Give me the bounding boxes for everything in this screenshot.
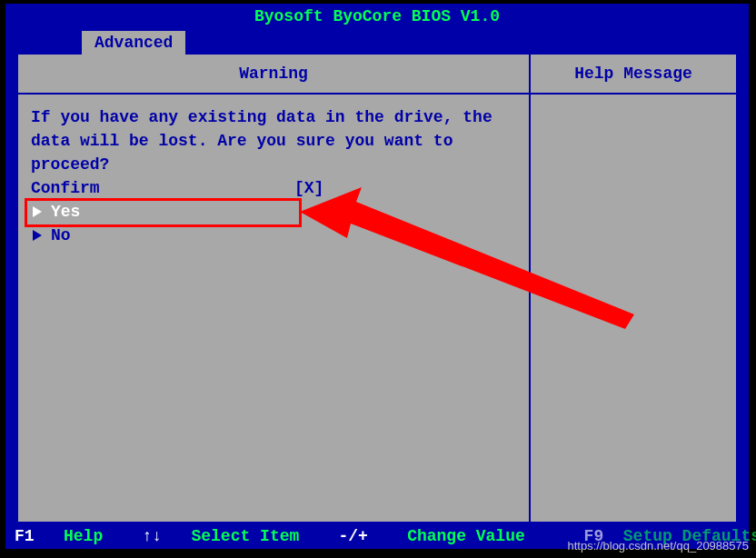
confirm-checkbox-value: [X]: [294, 176, 323, 200]
option-yes[interactable]: Yes: [31, 200, 516, 224]
title-bar: Byosoft ByoCore BIOS V1.0: [5, 4, 749, 29]
warning-header: Warning: [18, 55, 531, 93]
bios-window: Byosoft ByoCore BIOS V1.0 Advanced Warni…: [5, 4, 749, 549]
val-label: Change Value: [407, 527, 525, 545]
watermark-text: https://blog.csdn.net/qq_20988575: [568, 539, 750, 553]
triangle-right-icon: [33, 206, 42, 217]
confirm-row[interactable]: Confirm [X]: [31, 176, 516, 200]
val-key: -/+: [339, 527, 368, 545]
tab-advanced-label: Advanced: [94, 34, 173, 52]
warning-header-label: Warning: [239, 65, 308, 83]
help-panel: [531, 95, 736, 522]
f1-label: Help: [64, 527, 103, 545]
option-no[interactable]: No: [31, 224, 516, 247]
nav-label: Select Item: [191, 527, 299, 545]
bios-title: Byosoft ByoCore BIOS V1.0: [254, 7, 500, 25]
help-header-label: Help Message: [574, 65, 692, 83]
triangle-right-icon: [33, 230, 42, 241]
content-area: Warning Help Message If you have any exi…: [16, 55, 738, 523]
nav-key: ↑↓: [142, 527, 162, 545]
tab-advanced[interactable]: Advanced: [80, 29, 187, 55]
option-yes-label: Yes: [51, 200, 80, 224]
tabs: Advanced: [5, 29, 749, 55]
f1-key: F1: [15, 527, 35, 545]
option-no-label: No: [51, 224, 71, 247]
warning-message: If you have any existing data in the dri…: [31, 105, 494, 176]
confirm-label: Confirm: [31, 176, 294, 200]
help-header: Help Message: [531, 55, 736, 93]
main-panel: If you have any existing data in the dri…: [18, 95, 531, 522]
